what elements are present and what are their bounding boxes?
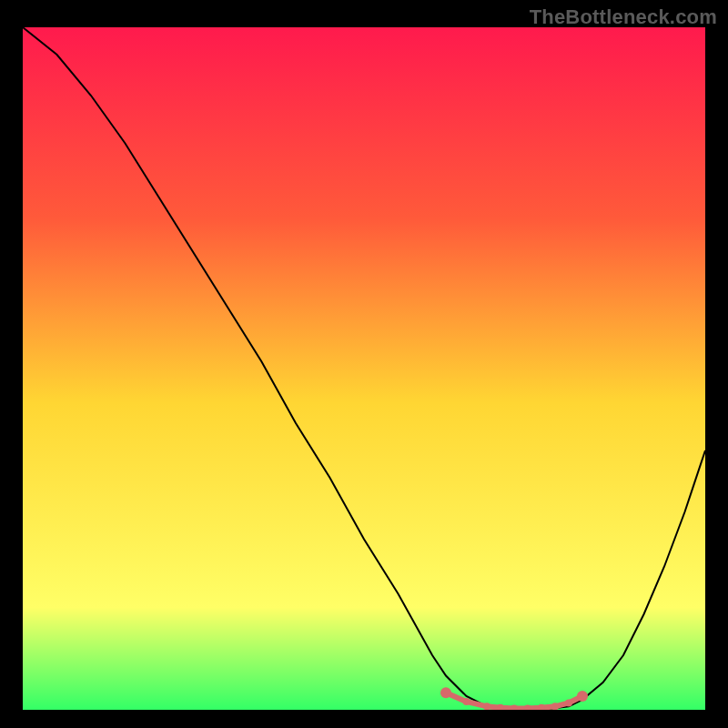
optimal-dot [577, 691, 588, 702]
optimal-dot [440, 687, 451, 698]
optimal-dot [463, 698, 470, 705]
chart-svg [23, 27, 705, 710]
optimal-dot [483, 703, 490, 710]
chart-frame: TheBottleneck.com [0, 0, 728, 728]
plot-area [23, 27, 705, 710]
gradient-background [23, 27, 705, 710]
optimal-dot [551, 703, 559, 710]
watermark-text: TheBottleneck.com [530, 5, 717, 29]
optimal-dot [565, 700, 572, 707]
